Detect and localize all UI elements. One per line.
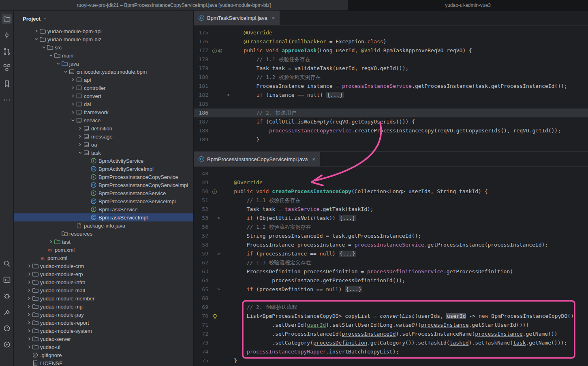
tab-bpm-process-instance-copy-service-impl[interactable]: C BpmProcessInstanceCopyServiceImpl.java…	[194, 152, 320, 166]
project-tree-item[interactable]: service	[14, 116, 193, 124]
gutter[interactable]	[208, 196, 221, 205]
project-tree-item[interactable]: convert	[14, 92, 193, 100]
gutter[interactable]	[208, 276, 221, 285]
chevron-right-icon[interactable]	[33, 28, 39, 34]
gutter[interactable]	[208, 82, 231, 91]
code-area-2[interactable]: 4849 @Override50↑ public void createProc…	[194, 167, 588, 366]
project-tree-item[interactable]: yudao-ui	[14, 343, 193, 351]
project-panel-header[interactable]: Project	[14, 11, 193, 27]
project-tree-item[interactable]: yudao-module-bpm-api	[14, 27, 193, 35]
chevron-right-icon[interactable]	[70, 77, 76, 83]
chevron-right-icon[interactable]	[26, 287, 32, 293]
fold-arrow-icon[interactable]: >	[217, 214, 220, 223]
code-line[interactable]: 186 // 2. 抄送用户	[194, 109, 588, 117]
project-tree-item[interactable]: test	[14, 238, 193, 246]
code-line[interactable]: 53> if (ObjectUtil.isNull(task)) {...}	[194, 214, 588, 223]
gutter[interactable]	[208, 178, 221, 187]
structure-tool-button[interactable]	[2, 62, 12, 73]
gutter[interactable]	[208, 240, 221, 249]
chevron-down-icon[interactable]	[33, 36, 39, 42]
gutter[interactable]: ↑	[208, 187, 221, 196]
chevron-down-icon[interactable]	[77, 150, 83, 155]
chevron-right-icon[interactable]	[26, 312, 32, 317]
project-tree-item[interactable]: cn.iocoder.yudao.module.bpm	[14, 68, 193, 76]
services-tool-button[interactable]	[2, 339, 12, 350]
project-tree-item[interactable]: yudao-module-erp	[14, 270, 193, 278]
close-icon[interactable]: ×	[272, 15, 275, 21]
code-line[interactable]: 63 ProcessDefinition processDefinition =…	[194, 267, 588, 276]
profiler-tool-button[interactable]	[2, 323, 12, 334]
code-line[interactable]: 69 // 2. 创建抄送流程	[194, 303, 588, 312]
gutter[interactable]	[208, 232, 221, 240]
gutter[interactable]	[208, 338, 221, 347]
project-tree-item[interactable]: yudao-module-member	[14, 294, 193, 302]
code-line[interactable]: 57 String processInstanceId = task.getPr…	[194, 232, 588, 240]
code-line[interactable]: 59> if (processInstance == null) {...}	[194, 249, 588, 258]
project-tree-item[interactable]: CBpmActivityServiceImpl	[14, 165, 193, 173]
gutter[interactable]	[208, 64, 231, 73]
override-marker-icon[interactable]: ↑	[212, 49, 217, 53]
gutter[interactable]	[208, 258, 221, 267]
gutter[interactable]: >	[208, 285, 221, 294]
chevron-right-icon[interactable]	[26, 328, 32, 334]
code-line[interactable]: 49 @Override	[194, 178, 588, 187]
code-line[interactable]: 177↑@ public void approveTask(Long userI…	[194, 46, 588, 55]
chevron-right-icon[interactable]	[77, 134, 83, 139]
gutter[interactable]: >	[208, 249, 221, 258]
code-line[interactable]: 56 // 1.2 校验流程实例存在	[194, 223, 588, 232]
annotation-marker-icon[interactable]: @	[218, 46, 222, 55]
code-line[interactable]: 51 // 1.1 校验任务存在	[194, 196, 588, 205]
project-tree-item[interactable]: yudao-module-mall	[14, 286, 193, 294]
gutter[interactable]	[208, 169, 221, 178]
main-window-titlebar[interactable]: ruoyi-vue-pro-jdk21 – BpmProcessInstance…	[0, 0, 348, 11]
gutter[interactable]	[208, 347, 221, 356]
code-line[interactable]: 75 }	[194, 356, 588, 365]
code-line[interactable]: 48	[194, 169, 588, 178]
code-line[interactable]: 65> if (processDefinition == null) {...}	[194, 285, 588, 294]
gutter[interactable]	[208, 117, 231, 126]
code-line[interactable]: 68	[194, 294, 588, 303]
code-line[interactable]: 179 Task task = validateTask(userId, req…	[194, 64, 588, 73]
gutter[interactable]: >	[208, 214, 221, 223]
override-marker-icon[interactable]: ↑	[212, 189, 217, 194]
project-tree-item[interactable]: package-info.java	[14, 221, 193, 230]
code-line[interactable]: 181 ProcessInstance instance = processIn…	[194, 82, 588, 91]
project-tree-item[interactable]: CBpmProcessInstanceCopyServiceImpl	[14, 181, 193, 189]
gutter[interactable]	[208, 267, 221, 276]
project-tree-item[interactable]: IBpmTaskService	[14, 205, 193, 213]
gutter[interactable]: ↑@	[208, 46, 231, 55]
more-tools-button[interactable]	[2, 95, 12, 105]
gutter[interactable]	[208, 109, 231, 117]
code-line[interactable]: 50↑ public void createProcessInstanceCop…	[194, 187, 588, 196]
chevron-right-icon[interactable]	[26, 336, 32, 342]
gutter[interactable]	[208, 126, 231, 135]
chevron-right-icon[interactable]	[70, 85, 76, 91]
fold-arrow-icon[interactable]: >	[227, 91, 230, 100]
code-line[interactable]: 58 ProcessInstance processInstance = pro…	[194, 240, 588, 249]
project-tree-item[interactable]: resources	[14, 230, 193, 238]
code-line[interactable]: 52 Task task = taskService.getTask(taskI…	[194, 205, 588, 214]
chevron-right-icon[interactable]	[26, 304, 32, 309]
commit-tool-button[interactable]	[2, 30, 12, 40]
code-line[interactable]: 188 processInstanceCopyService.createPro…	[194, 126, 588, 135]
gutter[interactable]	[208, 55, 231, 64]
intention-bulb-icon[interactable]	[212, 314, 218, 319]
code-line[interactable]: 187 if (CollUtil.isNotEmpty(reqVO.getCop…	[194, 117, 588, 126]
project-tree-item[interactable]: oa	[14, 140, 193, 149]
project-tree-item[interactable]: framework	[14, 108, 193, 116]
project-tree-item[interactable]: yudao-module-pay	[14, 311, 193, 319]
fold-arrow-icon[interactable]: >	[217, 249, 220, 258]
project-tree-item[interactable]: dal	[14, 100, 193, 108]
project-tree-item[interactable]: mpom.xml	[14, 246, 193, 254]
gutter[interactable]	[208, 37, 231, 46]
project-tree-item[interactable]: CBpmTaskServiceImpl	[14, 213, 193, 221]
code-line[interactable]: 182> if (instance == null) {...}	[194, 91, 588, 100]
code-line[interactable]: 185	[194, 100, 588, 109]
chevron-right-icon[interactable]	[26, 271, 32, 277]
project-tree-item[interactable]: yudao-module-infra	[14, 278, 193, 286]
project-tree-item[interactable]: yudao-server	[14, 335, 193, 343]
project-tree-item[interactable]: IBpmProcessInstanceService	[14, 189, 193, 197]
code-line[interactable]: 73 .setCategory(processDefinition.getCat…	[194, 338, 588, 347]
project-tree-item[interactable]: task	[14, 149, 193, 157]
gutter[interactable]: >	[208, 91, 231, 100]
